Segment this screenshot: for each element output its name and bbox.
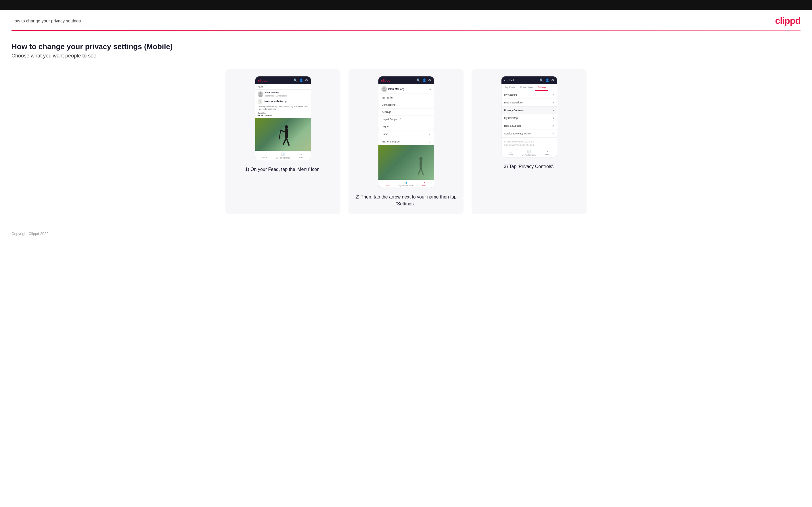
svg-rect-11 — [419, 160, 422, 168]
phone3-home-icon: ⌂ — [509, 150, 511, 153]
step-3-card: < < Back 🔍 👤 ⚙ My Profile Connections Se… — [471, 69, 587, 214]
avatar — [258, 91, 263, 97]
phone2-home-icon: ⌂ — [387, 181, 388, 183]
phone2-performance-label: My Performance — [399, 184, 413, 186]
privacy-policy-label: Service & Privacy Policy — [504, 132, 531, 135]
steps-row: clippd 🔍 👤 ⚙ Feed — [11, 69, 801, 214]
phone-nav-icons-2: 🔍 👤 ⚙ — [417, 78, 431, 82]
step-2-caption: 2) Then, tap the arrow next to your name… — [355, 193, 457, 208]
svg-line-6 — [281, 130, 285, 132]
settings-item-help-support[interactable]: Help & Support ↗ — [502, 122, 557, 130]
settings-nav-icons: 🔍 👤 ⚙ — [540, 78, 554, 82]
dropdown-logout-label: Logout — [382, 125, 389, 128]
phone2-nav-close: ✕ Menu — [415, 181, 434, 186]
phone3-performance-label: My Performance — [521, 154, 536, 156]
svg-point-2 — [285, 125, 289, 129]
feed-user-row: Blair McHarg Yesterday · Sunningdale — [255, 90, 311, 98]
profile-icon-3: 👤 — [546, 78, 550, 82]
feed-duration: Duration 01 hr : 30 min — [255, 111, 311, 118]
phone-nav-icons-1: 🔍 👤 ⚙ — [294, 78, 308, 82]
menu-icon: ≡ — [301, 153, 302, 156]
svg-point-8 — [383, 87, 385, 89]
footer: Copyright Clippd 2022 — [0, 220, 812, 241]
dropdown-header: Blair McHarg ∧ — [378, 84, 434, 94]
settings-icon: ⚙ — [305, 78, 308, 82]
dropdown-item-settings[interactable]: Settings — [378, 109, 434, 116]
phone-nav-1: clippd 🔍 👤 ⚙ — [255, 76, 311, 84]
svg-line-4 — [283, 138, 287, 145]
step-3-caption: 3) Tap 'Privacy Controls'. — [504, 163, 554, 170]
help-support-label: Help & Support — [504, 124, 521, 127]
nav-performance: My Performance ∨ — [378, 138, 434, 145]
page-title: How to change your privacy settings (Mob… — [11, 42, 801, 51]
step-1-caption: 1) On your Feed, tap the 'Menu' icon. — [245, 166, 320, 173]
phone3-nav-performance: 📊 My Performance — [520, 150, 538, 156]
svg-line-12 — [418, 168, 421, 174]
profile-icon-2: 👤 — [422, 78, 426, 82]
version-client: Clippd Client Version: 2022.8.3-3 — [504, 140, 554, 144]
main-content: How to change your privacy settings (Mob… — [0, 31, 812, 220]
bottom-nav-home-label: Home — [262, 157, 267, 159]
dropdown-settings-label: Settings — [382, 111, 392, 113]
duration-label: Duration — [258, 112, 266, 114]
dropdown-connections-label: Connections — [382, 103, 395, 106]
svg-line-13 — [421, 168, 423, 175]
phone-mockup-1: clippd 🔍 👤 ⚙ Feed — [255, 76, 311, 160]
phone2-nav-performance: 📊 My Performance — [397, 181, 415, 186]
svg-point-9 — [383, 90, 386, 91]
clippd-logo: clippd — [775, 15, 801, 26]
feed-body-text: Looking to feel like my hands are exitin… — [255, 105, 311, 111]
copyright-text: Copyright Clippd 2022 — [11, 231, 49, 236]
top-bar — [0, 0, 812, 10]
home-icon: ⌂ — [263, 153, 265, 156]
bottom-nav-performance: 📊 My Performance — [274, 153, 292, 159]
step-1-card: clippd 🔍 👤 ⚙ Feed — [225, 69, 341, 214]
my-account-label: My Account — [504, 93, 517, 96]
tab-my-profile[interactable]: My Profile — [503, 84, 518, 91]
dropdown-item-connections: Connections — [378, 101, 434, 109]
dropdown-user: Blair McHarg — [381, 86, 405, 92]
phone-logo-2: clippd — [381, 79, 391, 82]
phone3-menu-icon: ≡ — [547, 150, 548, 153]
settings-item-my-account[interactable]: My Account › — [502, 91, 557, 99]
feed-lesson-row: 📋 Lesson with Fordy — [255, 98, 311, 105]
dropdown-chevron-up: ∧ — [429, 88, 431, 91]
performance-icon: 📊 — [281, 153, 285, 156]
feed-user-name: Blair McHarg — [265, 91, 287, 94]
svg-point-0 — [259, 92, 262, 95]
search-icon-2: 🔍 — [417, 78, 421, 82]
settings-back-bar: < < Back 🔍 👤 ⚙ — [502, 76, 557, 84]
tab-settings[interactable]: Settings — [536, 84, 548, 91]
feed-user-sub: Yesterday · Sunningdale — [265, 95, 287, 97]
tab-connections[interactable]: Connections — [518, 84, 535, 91]
svg-point-10 — [419, 157, 422, 160]
back-chevron-icon: < — [504, 79, 506, 82]
back-label: < Back — [507, 79, 515, 82]
privacy-controls-chevron: › — [553, 109, 554, 112]
my-account-chevron: › — [553, 93, 554, 96]
phone3-menu-label: Menu — [545, 154, 550, 156]
phone3-nav-menu: ≡ Menu — [538, 150, 557, 156]
settings-item-data-integrations[interactable]: Data Integrations › — [502, 99, 557, 107]
privacy-policy-ext-icon: ↗ — [552, 132, 554, 135]
lesson-title: Lesson with Fordy — [264, 100, 287, 103]
phone2-nav-home: ⌂ Home — [378, 181, 397, 186]
nav-section: Home ∨ My Performance ∨ — [378, 130, 434, 145]
phone3-performance-icon: 📊 — [527, 150, 531, 153]
page-subtitle: Choose what you want people to see — [11, 53, 801, 59]
svg-rect-3 — [285, 129, 288, 138]
settings-item-my-golf-bag[interactable]: My Golf Bag › — [502, 114, 557, 122]
golfer-bg-silhouette — [414, 157, 428, 180]
settings-item-privacy-policy[interactable]: Service & Privacy Policy ↗ — [502, 130, 557, 137]
settings-item-privacy-controls[interactable]: Privacy Controls › — [502, 107, 557, 114]
nav-home-chevron: ∨ — [428, 132, 430, 135]
privacy-controls-label: Privacy Controls — [504, 109, 524, 112]
dropdown-myprofile-label: My Profile — [382, 96, 393, 99]
settings-tabs: My Profile Connections Settings — [502, 84, 557, 91]
svg-line-7 — [279, 130, 281, 139]
nav-home: Home ∨ — [378, 130, 434, 138]
step-2-card: clippd 🔍 👤 ⚙ — [349, 69, 463, 214]
data-integrations-chevron: › — [553, 101, 554, 104]
version-server: GQL Server Version: 2022.7.30-1 — [504, 144, 554, 147]
golf-image — [255, 118, 311, 151]
